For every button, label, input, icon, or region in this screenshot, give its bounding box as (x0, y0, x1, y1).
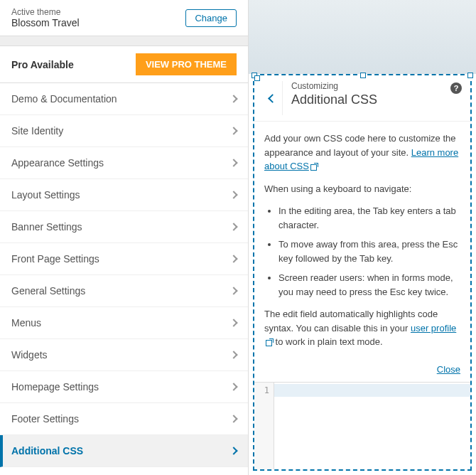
menu-menus[interactable]: Menus (0, 307, 248, 339)
menu-banner-settings[interactable]: Banner Settings (0, 211, 248, 243)
external-link-icon (310, 164, 318, 171)
preview-pane: Customizing Additional CSS ? Add your ow… (249, 0, 476, 475)
chevron-right-icon (229, 223, 237, 230)
menu-general-settings[interactable]: General Settings (0, 275, 248, 307)
pro-label: Pro Available (11, 59, 74, 70)
chevron-right-icon (229, 319, 237, 326)
editor-textarea[interactable] (274, 383, 470, 470)
menu-appearance-settings[interactable]: Appearance Settings (0, 147, 248, 179)
view-pro-button[interactable]: VIEW PRO THEME (136, 53, 237, 75)
menu-layout-settings[interactable]: Layout Settings (0, 179, 248, 211)
menu-homepage-settings[interactable]: Homepage Settings (0, 371, 248, 403)
chevron-right-icon (229, 159, 237, 166)
menu-front-page-settings[interactable]: Front Page Settings (0, 243, 248, 275)
customizer-sidebar: Active theme Blossom Travel Change Pro A… (0, 0, 249, 475)
active-theme-label: Active theme (11, 7, 80, 17)
menu-demo-documentation[interactable]: Demo & Documentation (0, 83, 248, 115)
chevron-right-icon (229, 447, 237, 454)
list-item: To move away from this area, press the E… (278, 238, 460, 265)
preview-background (249, 0, 476, 74)
chevron-right-icon (229, 383, 237, 390)
chevron-right-icon (229, 95, 237, 102)
chevron-right-icon (229, 287, 237, 294)
menu-widgets[interactable]: Widgets (0, 339, 248, 371)
menu-footer-settings[interactable]: Footer Settings (0, 403, 248, 435)
theme-header: Active theme Blossom Travel Change (0, 0, 248, 36)
panel-help-text: Add your own CSS code here to customize … (254, 122, 470, 363)
menu-site-identity[interactable]: Site Identity (0, 115, 248, 147)
additional-css-panel: Customizing Additional CSS ? Add your ow… (253, 74, 472, 471)
chevron-right-icon (229, 415, 237, 422)
back-button[interactable] (263, 81, 283, 115)
chevron-left-icon (268, 94, 277, 103)
editor-gutter: 1 (254, 383, 274, 470)
css-editor[interactable]: 1 (254, 382, 470, 470)
list-item: Screen reader users: when in forms mode,… (278, 271, 460, 299)
chevron-right-icon (229, 191, 237, 198)
customizing-label: Customizing (291, 81, 377, 91)
close-link[interactable]: Close (437, 364, 460, 375)
change-theme-button[interactable]: Change (185, 9, 237, 27)
panel-header: Customizing Additional CSS ? (254, 75, 470, 122)
active-theme-name: Blossom Travel (11, 17, 80, 28)
panel-title: Additional CSS (291, 92, 377, 107)
pro-available-row: Pro Available VIEW PRO THEME (0, 46, 248, 83)
spacer (0, 36, 248, 46)
external-link-icon (266, 339, 273, 346)
chevron-right-icon (229, 255, 237, 262)
chevron-right-icon (229, 127, 237, 134)
help-icon[interactable]: ? (450, 82, 462, 94)
menu-additional-css[interactable]: Additional CSS (0, 435, 248, 467)
chevron-right-icon (229, 351, 237, 358)
list-item: In the editing area, the Tab key enters … (278, 204, 460, 232)
